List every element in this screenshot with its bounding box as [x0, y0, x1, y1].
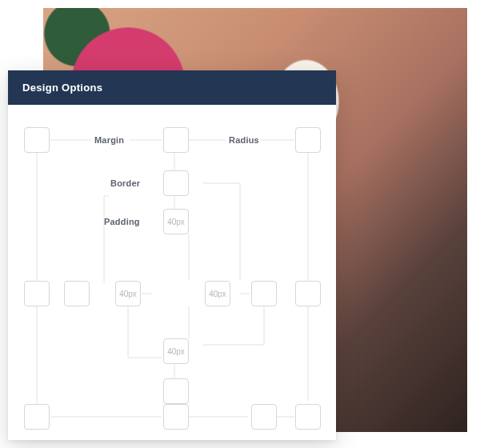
margin-top-input[interactable]: [163, 127, 189, 153]
border-label: Border: [110, 178, 140, 188]
radius-bottom-right-input[interactable]: [251, 404, 277, 430]
padding-label: Padding: [104, 217, 140, 226]
margin-left-input[interactable]: [24, 127, 50, 153]
panel-body: Margin Radius Border Padding 40px 40px 4…: [8, 105, 336, 440]
border-top-input[interactable]: [163, 170, 189, 196]
border-right-input[interactable]: [251, 281, 277, 306]
design-options-panel: Design Options: [8, 70, 336, 440]
margin-left-mid-input[interactable]: [24, 281, 50, 306]
border-bottom-input[interactable]: [163, 378, 189, 404]
margin-bottom-input[interactable]: [163, 404, 189, 430]
padding-bottom-input[interactable]: 40px: [163, 338, 189, 364]
radius-top-right-input[interactable]: [295, 127, 321, 153]
panel-title: Design Options: [8, 70, 336, 105]
margin-right-input[interactable]: [295, 281, 321, 306]
radius-bottom-left-input[interactable]: [24, 404, 50, 430]
padding-left-input[interactable]: 40px: [115, 281, 141, 306]
border-left-input[interactable]: [64, 281, 90, 306]
radius-bottom-right-2-input[interactable]: [295, 404, 321, 430]
radius-label: Radius: [229, 135, 259, 145]
padding-top-input[interactable]: 40px: [163, 209, 189, 234]
padding-right-input[interactable]: 40px: [205, 281, 230, 306]
margin-label: Margin: [94, 135, 124, 145]
